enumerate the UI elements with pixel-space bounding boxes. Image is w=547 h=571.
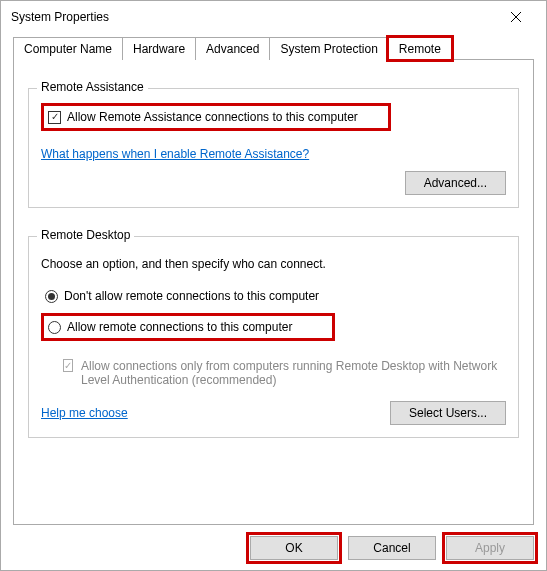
nla-option-row: Allow connections only from computers ru… — [63, 359, 506, 387]
apply-button[interactable]: Apply — [446, 536, 534, 560]
radio-row-allow[interactable]: Allow remote connections to this compute… — [41, 313, 335, 341]
tab-panel-remote: Remote Assistance Allow Remote Assistanc… — [13, 59, 534, 525]
select-users-button[interactable]: Select Users... — [390, 401, 506, 425]
radio-dont-allow-label: Don't allow remote connections to this c… — [64, 289, 319, 303]
tab-advanced[interactable]: Advanced — [195, 37, 270, 60]
nla-checkbox — [63, 359, 73, 372]
allow-remote-assistance-label[interactable]: Allow Remote Assistance connections to t… — [67, 110, 358, 124]
nla-label: Allow connections only from computers ru… — [81, 359, 506, 387]
radio-allow-label: Allow remote connections to this compute… — [67, 320, 292, 334]
remote-assistance-legend: Remote Assistance — [37, 80, 148, 94]
radio-dont-allow[interactable] — [45, 290, 58, 303]
group-remote-assistance: Remote Assistance Allow Remote Assistanc… — [28, 88, 519, 208]
allow-remote-assistance-checkbox[interactable] — [48, 111, 61, 124]
advanced-button[interactable]: Advanced... — [405, 171, 506, 195]
cancel-button[interactable]: Cancel — [348, 536, 436, 560]
content-area: Computer Name Hardware Advanced System P… — [1, 33, 546, 526]
remote-assistance-help-link[interactable]: What happens when I enable Remote Assist… — [41, 147, 309, 161]
help-me-choose-link[interactable]: Help me choose — [41, 406, 128, 420]
titlebar: System Properties — [1, 1, 546, 33]
group-remote-desktop: Remote Desktop Choose an option, and the… — [28, 236, 519, 438]
close-button[interactable] — [496, 3, 536, 31]
radio-row-dont-allow[interactable]: Don't allow remote connections to this c… — [41, 285, 506, 307]
radio-allow[interactable] — [48, 321, 61, 334]
tab-system-protection[interactable]: System Protection — [269, 37, 388, 60]
tab-computer-name[interactable]: Computer Name — [13, 37, 123, 60]
window-title: System Properties — [11, 10, 109, 24]
tab-strip: Computer Name Hardware Advanced System P… — [13, 37, 534, 60]
system-properties-window: System Properties Computer Name Hardware… — [0, 0, 547, 571]
ok-button[interactable]: OK — [250, 536, 338, 560]
remote-desktop-instruction: Choose an option, and then specify who c… — [41, 257, 506, 271]
tab-hardware[interactable]: Hardware — [122, 37, 196, 60]
tab-remote[interactable]: Remote — [388, 37, 452, 60]
remote-desktop-legend: Remote Desktop — [37, 228, 134, 242]
close-icon — [511, 12, 521, 22]
dialog-button-row: OK Cancel Apply — [1, 526, 546, 570]
allow-remote-assistance-row: Allow Remote Assistance connections to t… — [41, 103, 391, 131]
